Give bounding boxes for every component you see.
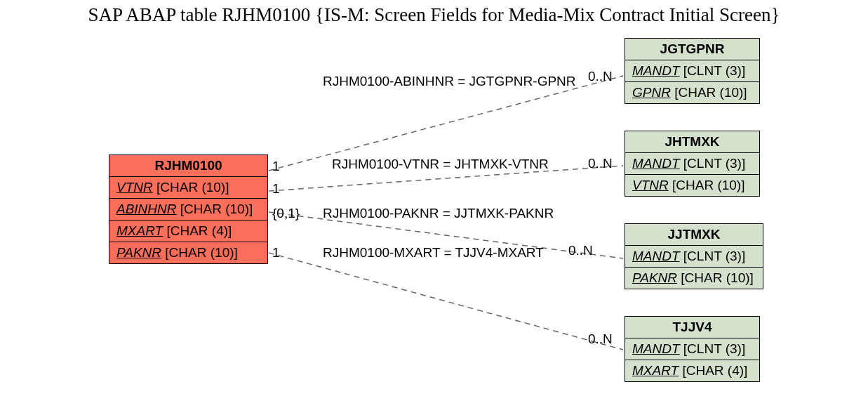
entity-ref-1: JHTMXK MANDT [CLNT (3)] VTNR [CHAR (10)] xyxy=(625,131,760,197)
field-type: [CHAR (10)] xyxy=(674,85,747,100)
entity-main: RJHM0100 VTNR [CHAR (10)] ABINHNR [CHAR … xyxy=(109,154,268,264)
field-key: MANDT xyxy=(632,341,680,356)
entity-ref-header: JGTGPNR xyxy=(625,39,759,60)
entity-main-field: PAKNR [CHAR (10)] xyxy=(109,242,267,263)
entity-ref-field: VTNR [CHAR (10)] xyxy=(625,175,759,196)
field-key: MXART xyxy=(632,363,679,378)
entity-main-field: VTNR [CHAR (10)] xyxy=(109,177,267,199)
field-type: [CHAR (4)] xyxy=(682,363,747,378)
cardinality-left: 1 xyxy=(272,159,280,174)
field-key: MANDT xyxy=(632,249,680,263)
field-key: MANDT xyxy=(632,156,680,171)
entity-main-field: ABINHNR [CHAR (10)] xyxy=(109,199,267,221)
cardinality-right: 0..N xyxy=(588,69,613,84)
entity-main-field: MXART [CHAR (4)] xyxy=(109,221,267,242)
link-label: RJHM0100-ABINHNR = JGTGPNR-GPNR xyxy=(323,74,576,89)
link-label: RJHM0100-PAKNR = JJTMXK-PAKNR xyxy=(323,206,554,221)
cardinality-right: 0..N xyxy=(588,156,613,171)
cardinality-left: 1 xyxy=(272,245,280,261)
cardinality-left: 1 xyxy=(272,181,280,197)
entity-ref-field: PAKNR [CHAR (10)] xyxy=(625,268,763,289)
entity-ref-field: GPNR [CHAR (10)] xyxy=(625,82,759,103)
entity-main-header: RJHM0100 xyxy=(109,155,267,177)
field-key: PAKNR xyxy=(632,270,677,285)
link-label: RJHM0100-VTNR = JHTMXK-VTNR xyxy=(332,157,549,172)
entity-ref-3: TJJV4 MANDT [CLNT (3)] MXART [CHAR (4)] xyxy=(625,316,760,382)
field-type: [CLNT (3)] xyxy=(683,156,745,171)
cardinality-left: {0,1} xyxy=(272,206,300,221)
entity-ref-field: MANDT [CLNT (3)] xyxy=(625,338,759,360)
field-type: [CHAR (10)] xyxy=(681,270,753,285)
field-type: [CHAR (4)] xyxy=(166,223,232,238)
field-key: PAKNR xyxy=(116,245,161,260)
cardinality-right: 0..N xyxy=(568,243,593,258)
field-type: [CHAR (10)] xyxy=(180,202,253,216)
entity-ref-field: MANDT [CLNT (3)] xyxy=(625,60,759,82)
connector-line xyxy=(269,253,623,350)
entity-ref-header: JJTMXK xyxy=(625,224,763,246)
field-key: ABINHNR xyxy=(116,202,177,216)
entity-ref-field: MANDT [CLNT (3)] xyxy=(625,153,759,175)
field-key: GPNR xyxy=(632,85,671,100)
entity-ref-header: JHTMXK xyxy=(625,131,759,153)
entity-ref-2: JJTMXK MANDT [CLNT (3)] PAKNR [CHAR (10)… xyxy=(625,223,763,289)
entity-ref-field: MANDT [CLNT (3)] xyxy=(625,246,763,268)
link-label: RJHM0100-MXART = TJJV4-MXART xyxy=(323,245,544,261)
field-type: [CLNT (3)] xyxy=(683,341,745,356)
field-key: MANDT xyxy=(632,63,680,78)
entity-ref-field: MXART [CHAR (4)] xyxy=(625,360,759,381)
field-type: [CHAR (10)] xyxy=(156,180,229,195)
field-type: [CLNT (3)] xyxy=(683,63,745,78)
entity-ref-header: TJJV4 xyxy=(625,317,759,338)
entity-ref-0: JGTGPNR MANDT [CLNT (3)] GPNR [CHAR (10)… xyxy=(625,38,760,104)
field-type: [CHAR (10)] xyxy=(165,245,237,260)
cardinality-right: 0..N xyxy=(588,331,613,347)
field-key: VTNR xyxy=(632,178,669,192)
diagram-title: SAP ABAP table RJHM0100 {IS-M: Screen Fi… xyxy=(0,4,868,26)
field-key: VTNR xyxy=(116,180,153,195)
field-type: [CLNT (3)] xyxy=(683,249,745,263)
field-type: [CHAR (10)] xyxy=(672,178,745,192)
field-key: MXART xyxy=(116,223,163,238)
